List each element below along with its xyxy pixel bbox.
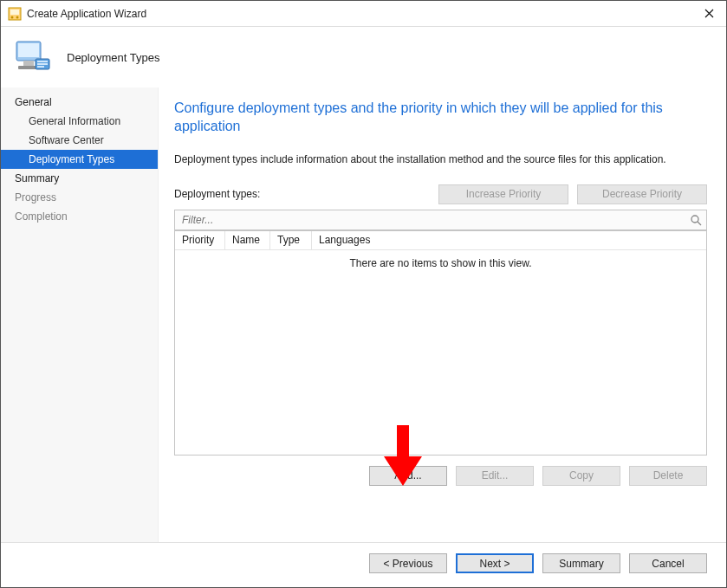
list-empty-text: There are no items to show in this view.	[175, 250, 706, 455]
main-pane: Configure deployment types and the prior…	[159, 87, 726, 542]
nav-item-progress: Progress	[1, 188, 158, 207]
filter-input[interactable]	[180, 213, 689, 227]
previous-button[interactable]: < Previous	[369, 553, 447, 573]
titlebar: Create Application Wizard	[1, 1, 726, 27]
copy-button: Copy	[542, 466, 620, 486]
cancel-button[interactable]: Cancel	[629, 553, 707, 573]
page-headline: Configure deployment types and the prior…	[174, 100, 707, 136]
search-icon	[689, 213, 703, 227]
deployment-types-list[interactable]: Priority Name Type Languages There are n…	[174, 230, 707, 456]
increase-priority-button: Increase Priority	[438, 184, 568, 204]
list-action-row: Add... Edit... Copy Delete	[174, 466, 707, 486]
wizard-window: Create Application Wizard Deployment Typ…	[0, 0, 727, 588]
svg-point-2	[11, 16, 14, 18]
col-name[interactable]: Name	[225, 231, 270, 249]
nav-item-software-center[interactable]: Software Center	[1, 131, 158, 150]
window-title: Create Application Wizard	[27, 8, 146, 20]
nav-item-summary[interactable]: Summary	[1, 169, 158, 188]
list-header: Priority Name Type Languages	[175, 231, 706, 250]
deployment-types-label: Deployment types:	[174, 188, 260, 200]
header-band: Deployment Types	[1, 27, 726, 87]
wizard-body: General General Information Software Cen…	[1, 87, 726, 542]
nav-item-general[interactable]: General	[1, 93, 158, 112]
nav-item-completion: Completion	[1, 207, 158, 226]
svg-rect-5	[18, 43, 39, 57]
svg-rect-11	[37, 66, 44, 68]
svg-line-13	[698, 222, 701, 225]
deployment-types-header-row: Deployment types: Increase Priority Decr…	[174, 184, 707, 204]
close-button[interactable]	[691, 1, 726, 27]
nav-item-general-information[interactable]: General Information	[1, 112, 158, 131]
nav-item-deployment-types[interactable]: Deployment Types	[1, 150, 158, 169]
delete-button: Delete	[629, 466, 707, 486]
summary-button[interactable]: Summary	[542, 553, 620, 573]
app-icon	[8, 7, 22, 21]
svg-point-12	[691, 216, 698, 223]
svg-rect-6	[23, 61, 34, 66]
nav-sidebar: General General Information Software Cen…	[1, 87, 159, 542]
col-type[interactable]: Type	[270, 231, 312, 249]
close-icon	[704, 9, 714, 18]
add-button[interactable]: Add...	[369, 466, 447, 486]
filter-box[interactable]	[174, 210, 707, 230]
wizard-step-icon	[11, 36, 53, 78]
svg-rect-10	[37, 63, 48, 65]
col-languages[interactable]: Languages	[312, 231, 706, 249]
wizard-footer: < Previous Next > Summary Cancel	[1, 542, 726, 587]
svg-point-3	[16, 16, 19, 18]
svg-rect-1	[10, 10, 19, 15]
col-priority[interactable]: Priority	[175, 231, 225, 249]
wizard-step-title: Deployment Types	[67, 51, 159, 64]
edit-button: Edit...	[456, 466, 534, 486]
next-button[interactable]: Next >	[456, 553, 534, 573]
svg-rect-9	[37, 61, 48, 62]
page-description: Deployment types include information abo…	[174, 153, 707, 165]
decrease-priority-button: Decrease Priority	[577, 184, 707, 204]
